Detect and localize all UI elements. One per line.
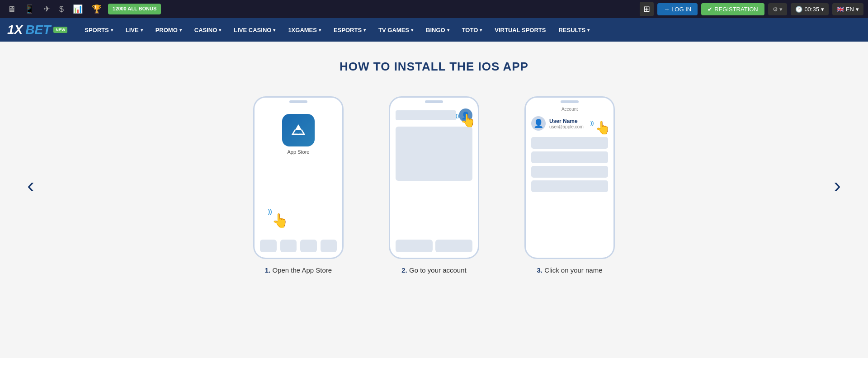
chart-icon[interactable]: 📊 — [70, 2, 85, 16]
chevron-down-icon: ▾ — [219, 28, 221, 33]
top-bar: 🖥 📱 ✈ $ 📊 🏆 12000 ALL BONUS ⊞ → LOG IN ✔… — [0, 0, 868, 18]
step-2-text: Go to your account — [409, 266, 467, 274]
nav-live-label: LIVE — [126, 27, 139, 33]
nav-casino[interactable]: CASINO ▾ — [188, 18, 228, 42]
chevron-down-icon: ▾ — [363, 28, 366, 33]
chevron-down-icon: ▾ — [587, 28, 590, 33]
telegram-icon[interactable]: ✈ — [41, 2, 53, 16]
p3-account-label: Account — [531, 107, 608, 112]
step-2: 👤 )) 👆 2. — [384, 96, 484, 274]
phone-notch-2 — [425, 100, 443, 103]
time-display: 🕐 00:35 ▾ — [791, 3, 829, 15]
phone-bottom-btn — [260, 240, 277, 252]
p3-row — [531, 137, 608, 149]
step-2-label: 2. Go to your account — [401, 266, 466, 274]
reg-icon: ✔ — [708, 6, 712, 13]
settings-button[interactable]: ⚙ ▾ — [768, 3, 788, 15]
chevron-down-icon: ▾ — [141, 28, 143, 33]
nav-virtual-sports-label: VIRTUAL SPORTS — [495, 27, 546, 33]
nav-bar: 1XBET NEW SPORTS ▾ LIVE ▾ PROMO ▾ CASINO… — [0, 18, 868, 42]
dollar-icon[interactable]: $ — [57, 3, 66, 16]
nav-esports-label: ESPORTS — [334, 27, 362, 33]
chevron-down-icon: ▾ — [273, 28, 275, 33]
tablet-icon[interactable]: 📱 — [22, 2, 37, 16]
nav-results[interactable]: RESULTS ▾ — [552, 18, 596, 42]
phone-bottom-btn — [321, 240, 337, 252]
chevron-down-icon: ▾ — [319, 28, 321, 33]
trophy-icon[interactable]: 🏆 — [89, 2, 104, 16]
nav-bingo-label: BINGO — [426, 27, 445, 33]
lang-chevron: ▾ — [856, 6, 859, 13]
phone-mockup-2: 👤 )) 👆 — [389, 96, 479, 259]
login-button[interactable]: → LOG IN — [657, 3, 698, 15]
step-1: App Store )) 👆 1. O — [249, 96, 348, 274]
nav-bingo[interactable]: BINGO ▾ — [420, 18, 456, 42]
tap-overlay-2: )) 👆 — [460, 113, 476, 128]
p2-small-btn — [396, 240, 433, 252]
nav-virtual-sports[interactable]: VIRTUAL SPORTS — [488, 18, 552, 42]
registration-label: REGISTRATION — [714, 6, 758, 13]
time-chevron: ▾ — [821, 6, 824, 13]
clock-icon: 🕐 — [795, 6, 802, 13]
login-label: LOG IN — [671, 6, 691, 13]
phone-bottom-btn — [280, 240, 297, 252]
carousel-wrapper: ‹ App Store — [0, 96, 868, 274]
p3-rows — [531, 137, 608, 192]
step-3: Account 👤 User Name user@apple.com — [520, 96, 619, 274]
nav-sports-label: SPORTS — [85, 27, 108, 33]
bonus-button[interactable]: 12000 ALL BONUS — [108, 4, 161, 14]
appstore-label: App Store — [288, 149, 310, 155]
chevron-down-icon: ▾ — [447, 28, 449, 33]
bonus-label: 12000 ALL BONUS — [113, 6, 156, 11]
step-2-number: 2. — [401, 266, 407, 274]
p2-bottom-blocks — [396, 240, 472, 252]
phone-bottom-buttons — [260, 240, 337, 252]
login-icon: → — [664, 6, 670, 13]
registration-button[interactable]: ✔ REGISTRATION — [701, 3, 764, 15]
p2-large-block — [396, 127, 472, 181]
logo[interactable]: 1XBET NEW — [7, 23, 67, 37]
top-bar-right: ⊞ → LOG IN ✔ REGISTRATION ⚙ ▾ 🕐 00:35 ▾ … — [640, 2, 863, 16]
nav-toto[interactable]: TOTO ▾ — [456, 18, 489, 42]
p2-bar — [396, 110, 456, 120]
step-1-text: Open the App Store — [272, 266, 332, 274]
nav-promo-label: PROMO — [156, 27, 178, 33]
nav-results-label: RESULTS — [558, 27, 585, 33]
carousel-next-button[interactable]: › — [834, 173, 841, 198]
logo-bet: BET — [25, 23, 51, 37]
desktop-icon[interactable]: 🖥 — [5, 3, 18, 16]
step-3-text: Click on your name — [544, 266, 602, 274]
language-label: EN — [846, 6, 854, 13]
phone-mockup-3: Account 👤 User Name user@apple.com — [524, 96, 615, 259]
nav-live-casino[interactable]: LIVE CASINO ▾ — [227, 18, 282, 42]
nav-live-casino-label: LIVE CASINO — [234, 27, 271, 33]
nav-esports[interactable]: ESPORTS ▾ — [327, 18, 372, 42]
carousel-prev-button[interactable]: ‹ — [27, 173, 34, 198]
nav-1xgames-label: 1XGAMES — [288, 27, 317, 33]
nav-items: SPORTS ▾ LIVE ▾ PROMO ▾ CASINO ▾ LIVE CA… — [78, 18, 861, 42]
nav-tv-games-label: TV GAMES — [378, 27, 409, 33]
nav-tv-games[interactable]: TV GAMES ▾ — [372, 18, 420, 42]
p3-row — [531, 180, 608, 192]
qr-button[interactable]: ⊞ — [640, 2, 654, 16]
nav-sports[interactable]: SPORTS ▾ — [78, 18, 119, 42]
phone-mockup-1: App Store )) 👆 — [253, 96, 344, 259]
phone-bottom-btn — [300, 240, 317, 252]
nav-toto-label: TOTO — [462, 27, 478, 33]
p3-row — [531, 166, 608, 178]
chevron-down-icon: ▾ — [179, 28, 182, 33]
flag-icon: 🇬🇧 — [837, 6, 844, 13]
main-content: HOW TO INSTALL THE IOS APP ‹ — [0, 42, 868, 358]
time-value: 00:35 — [804, 6, 819, 13]
language-button[interactable]: 🇬🇧 EN ▾ — [832, 3, 863, 15]
steps-container: App Store )) 👆 1. O — [249, 96, 619, 274]
step-1-label: 1. Open the App Store — [265, 266, 332, 274]
appstore-icon — [282, 114, 315, 146]
tap-overlay-3: )) 👆 — [595, 120, 611, 135]
tap-overlay-1: )) 👆 — [272, 212, 288, 228]
nav-live[interactable]: LIVE ▾ — [119, 18, 149, 42]
chevron-down-icon: ▾ — [480, 28, 482, 33]
nav-promo[interactable]: PROMO ▾ — [149, 18, 188, 42]
step-3-label: 3. Click on your name — [537, 266, 602, 274]
nav-1xgames[interactable]: 1XGAMES ▾ — [282, 18, 327, 42]
